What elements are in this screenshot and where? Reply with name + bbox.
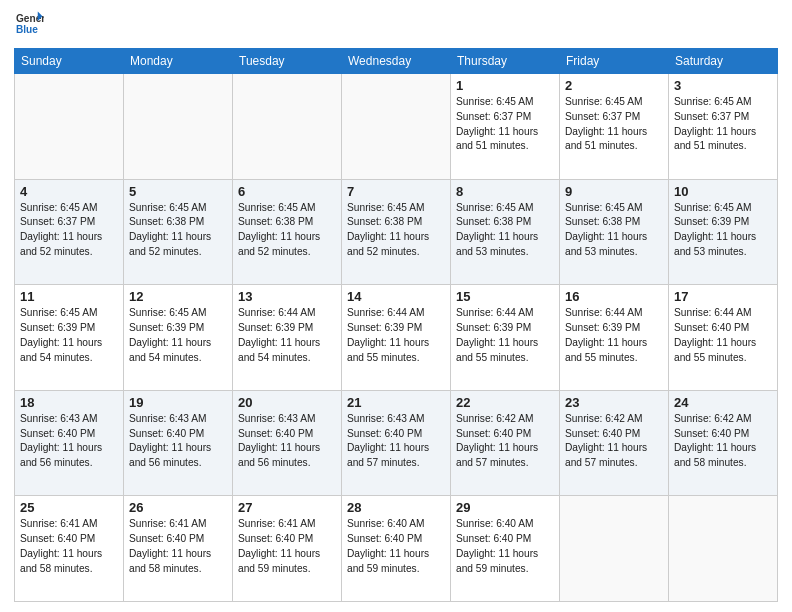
calendar-cell: 27Sunrise: 6:41 AM Sunset: 6:40 PM Dayli… (233, 496, 342, 602)
day-info: Sunrise: 6:45 AM Sunset: 6:37 PM Dayligh… (674, 95, 772, 154)
day-number: 25 (20, 500, 118, 515)
calendar-cell: 24Sunrise: 6:42 AM Sunset: 6:40 PM Dayli… (669, 390, 778, 496)
calendar-cell: 22Sunrise: 6:42 AM Sunset: 6:40 PM Dayli… (451, 390, 560, 496)
day-info: Sunrise: 6:43 AM Sunset: 6:40 PM Dayligh… (20, 412, 118, 471)
day-number: 28 (347, 500, 445, 515)
calendar-cell (669, 496, 778, 602)
svg-text:Blue: Blue (16, 24, 38, 35)
day-info: Sunrise: 6:41 AM Sunset: 6:40 PM Dayligh… (129, 517, 227, 576)
calendar-cell (342, 74, 451, 180)
logo: General Blue (14, 10, 44, 42)
day-info: Sunrise: 6:44 AM Sunset: 6:39 PM Dayligh… (347, 306, 445, 365)
day-number: 5 (129, 184, 227, 199)
weekday-header: Wednesday (342, 49, 451, 74)
calendar-cell: 19Sunrise: 6:43 AM Sunset: 6:40 PM Dayli… (124, 390, 233, 496)
day-info: Sunrise: 6:45 AM Sunset: 6:37 PM Dayligh… (456, 95, 554, 154)
calendar-cell: 16Sunrise: 6:44 AM Sunset: 6:39 PM Dayli… (560, 285, 669, 391)
calendar-cell: 5Sunrise: 6:45 AM Sunset: 6:38 PM Daylig… (124, 179, 233, 285)
calendar-cell: 1Sunrise: 6:45 AM Sunset: 6:37 PM Daylig… (451, 74, 560, 180)
day-number: 4 (20, 184, 118, 199)
calendar-cell: 13Sunrise: 6:44 AM Sunset: 6:39 PM Dayli… (233, 285, 342, 391)
day-number: 24 (674, 395, 772, 410)
calendar-cell: 28Sunrise: 6:40 AM Sunset: 6:40 PM Dayli… (342, 496, 451, 602)
calendar-cell: 23Sunrise: 6:42 AM Sunset: 6:40 PM Dayli… (560, 390, 669, 496)
day-info: Sunrise: 6:40 AM Sunset: 6:40 PM Dayligh… (456, 517, 554, 576)
day-info: Sunrise: 6:45 AM Sunset: 6:38 PM Dayligh… (347, 201, 445, 260)
day-number: 15 (456, 289, 554, 304)
weekday-header: Tuesday (233, 49, 342, 74)
weekday-header: Sunday (15, 49, 124, 74)
day-number: 29 (456, 500, 554, 515)
logo-icon: General Blue (16, 10, 44, 38)
day-info: Sunrise: 6:42 AM Sunset: 6:40 PM Dayligh… (674, 412, 772, 471)
day-info: Sunrise: 6:44 AM Sunset: 6:40 PM Dayligh… (674, 306, 772, 365)
day-info: Sunrise: 6:45 AM Sunset: 6:38 PM Dayligh… (238, 201, 336, 260)
calendar-header-row: SundayMondayTuesdayWednesdayThursdayFrid… (15, 49, 778, 74)
day-info: Sunrise: 6:40 AM Sunset: 6:40 PM Dayligh… (347, 517, 445, 576)
header: General Blue (14, 10, 778, 42)
weekday-header: Thursday (451, 49, 560, 74)
calendar-week-row: 11Sunrise: 6:45 AM Sunset: 6:39 PM Dayli… (15, 285, 778, 391)
day-number: 22 (456, 395, 554, 410)
calendar-cell (124, 74, 233, 180)
weekday-header: Friday (560, 49, 669, 74)
day-number: 1 (456, 78, 554, 93)
calendar-cell: 17Sunrise: 6:44 AM Sunset: 6:40 PM Dayli… (669, 285, 778, 391)
calendar-cell: 11Sunrise: 6:45 AM Sunset: 6:39 PM Dayli… (15, 285, 124, 391)
day-number: 2 (565, 78, 663, 93)
day-info: Sunrise: 6:45 AM Sunset: 6:38 PM Dayligh… (565, 201, 663, 260)
calendar-cell: 25Sunrise: 6:41 AM Sunset: 6:40 PM Dayli… (15, 496, 124, 602)
calendar-cell (233, 74, 342, 180)
day-info: Sunrise: 6:43 AM Sunset: 6:40 PM Dayligh… (129, 412, 227, 471)
calendar-cell: 6Sunrise: 6:45 AM Sunset: 6:38 PM Daylig… (233, 179, 342, 285)
weekday-header: Saturday (669, 49, 778, 74)
day-info: Sunrise: 6:44 AM Sunset: 6:39 PM Dayligh… (456, 306, 554, 365)
calendar-cell: 3Sunrise: 6:45 AM Sunset: 6:37 PM Daylig… (669, 74, 778, 180)
day-number: 11 (20, 289, 118, 304)
calendar-cell: 18Sunrise: 6:43 AM Sunset: 6:40 PM Dayli… (15, 390, 124, 496)
calendar-week-row: 1Sunrise: 6:45 AM Sunset: 6:37 PM Daylig… (15, 74, 778, 180)
day-number: 13 (238, 289, 336, 304)
calendar-cell: 12Sunrise: 6:45 AM Sunset: 6:39 PM Dayli… (124, 285, 233, 391)
calendar-cell: 29Sunrise: 6:40 AM Sunset: 6:40 PM Dayli… (451, 496, 560, 602)
calendar-cell: 10Sunrise: 6:45 AM Sunset: 6:39 PM Dayli… (669, 179, 778, 285)
day-info: Sunrise: 6:45 AM Sunset: 6:39 PM Dayligh… (129, 306, 227, 365)
day-number: 9 (565, 184, 663, 199)
calendar-cell: 20Sunrise: 6:43 AM Sunset: 6:40 PM Dayli… (233, 390, 342, 496)
day-info: Sunrise: 6:45 AM Sunset: 6:39 PM Dayligh… (674, 201, 772, 260)
calendar-cell: 4Sunrise: 6:45 AM Sunset: 6:37 PM Daylig… (15, 179, 124, 285)
calendar-week-row: 25Sunrise: 6:41 AM Sunset: 6:40 PM Dayli… (15, 496, 778, 602)
calendar-cell: 15Sunrise: 6:44 AM Sunset: 6:39 PM Dayli… (451, 285, 560, 391)
day-info: Sunrise: 6:45 AM Sunset: 6:38 PM Dayligh… (129, 201, 227, 260)
day-info: Sunrise: 6:44 AM Sunset: 6:39 PM Dayligh… (565, 306, 663, 365)
calendar-week-row: 18Sunrise: 6:43 AM Sunset: 6:40 PM Dayli… (15, 390, 778, 496)
weekday-header: Monday (124, 49, 233, 74)
day-number: 6 (238, 184, 336, 199)
day-number: 23 (565, 395, 663, 410)
calendar-cell (15, 74, 124, 180)
day-number: 14 (347, 289, 445, 304)
day-number: 3 (674, 78, 772, 93)
day-number: 10 (674, 184, 772, 199)
day-info: Sunrise: 6:42 AM Sunset: 6:40 PM Dayligh… (565, 412, 663, 471)
day-info: Sunrise: 6:45 AM Sunset: 6:38 PM Dayligh… (456, 201, 554, 260)
calendar-table: SundayMondayTuesdayWednesdayThursdayFrid… (14, 48, 778, 602)
day-number: 27 (238, 500, 336, 515)
day-info: Sunrise: 6:45 AM Sunset: 6:37 PM Dayligh… (565, 95, 663, 154)
day-info: Sunrise: 6:43 AM Sunset: 6:40 PM Dayligh… (238, 412, 336, 471)
calendar-cell: 26Sunrise: 6:41 AM Sunset: 6:40 PM Dayli… (124, 496, 233, 602)
day-number: 26 (129, 500, 227, 515)
calendar-cell: 21Sunrise: 6:43 AM Sunset: 6:40 PM Dayli… (342, 390, 451, 496)
day-number: 7 (347, 184, 445, 199)
calendar-cell: 8Sunrise: 6:45 AM Sunset: 6:38 PM Daylig… (451, 179, 560, 285)
day-number: 16 (565, 289, 663, 304)
calendar-cell: 2Sunrise: 6:45 AM Sunset: 6:37 PM Daylig… (560, 74, 669, 180)
day-number: 21 (347, 395, 445, 410)
day-number: 20 (238, 395, 336, 410)
day-number: 12 (129, 289, 227, 304)
calendar-cell: 9Sunrise: 6:45 AM Sunset: 6:38 PM Daylig… (560, 179, 669, 285)
day-info: Sunrise: 6:41 AM Sunset: 6:40 PM Dayligh… (238, 517, 336, 576)
day-info: Sunrise: 6:41 AM Sunset: 6:40 PM Dayligh… (20, 517, 118, 576)
day-info: Sunrise: 6:44 AM Sunset: 6:39 PM Dayligh… (238, 306, 336, 365)
page: General Blue SundayMondayTuesdayWednesda… (0, 0, 792, 612)
